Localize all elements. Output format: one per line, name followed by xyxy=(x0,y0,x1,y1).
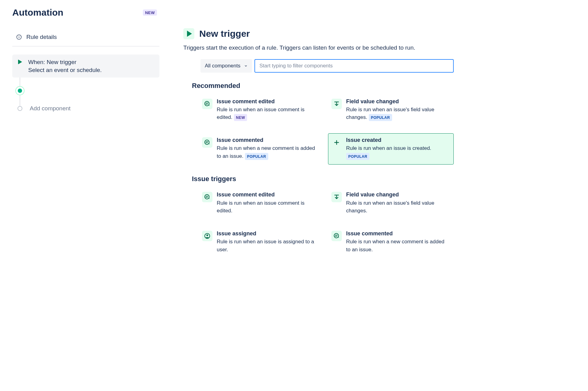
trigger-card-title: Issue commented xyxy=(217,137,320,144)
comment-icon xyxy=(202,99,212,109)
comment-icon xyxy=(202,137,212,148)
trigger-card[interactable]: Issue comment editedRule is run when an … xyxy=(199,188,324,219)
component-search-input[interactable] xyxy=(254,59,454,73)
trigger-card-title: Issue assigned xyxy=(217,230,320,237)
chevron-down-icon xyxy=(244,64,248,68)
trigger-card-title: Field value changed xyxy=(346,191,450,198)
timeline-current-node xyxy=(12,81,159,97)
field-icon xyxy=(331,99,342,109)
plus-icon xyxy=(331,137,342,148)
svg-point-2 xyxy=(19,36,19,36)
comment-icon xyxy=(202,192,212,202)
rule-sidebar: Automation NEW Rule details When: New tr… xyxy=(12,7,159,268)
dropdown-label: All components xyxy=(205,63,240,69)
rule-details-label: Rule details xyxy=(26,34,57,40)
trigger-card-description: Rule is run when an issue's field value … xyxy=(346,199,450,215)
info-icon xyxy=(16,34,22,40)
trigger-card[interactable]: Issue createdRule is run when an issue i… xyxy=(328,133,454,165)
popular-badge: POPULAR xyxy=(245,153,268,160)
trigger-card-grid: Issue comment editedRule is run when an … xyxy=(199,188,454,258)
page-title: Automation xyxy=(12,7,63,18)
section-heading: Recommended xyxy=(192,82,454,90)
add-component-button[interactable]: Add component xyxy=(12,97,159,113)
field-icon xyxy=(331,192,342,202)
component-filter-dropdown[interactable]: All components xyxy=(200,59,252,73)
trigger-card-description: Rule is run when a new comment is added … xyxy=(346,238,450,253)
trigger-card[interactable]: Field value changedRule is run when an i… xyxy=(328,188,454,219)
step-new-trigger[interactable]: When: New trigger Select an event or sch… xyxy=(12,55,159,78)
trigger-card-description: Rule is run when an issue comment is edi… xyxy=(217,106,320,121)
trigger-card-description: Rule is run when an issue is created. PO… xyxy=(346,144,450,160)
step-subtitle: Select an event or schedule. xyxy=(28,66,102,74)
new-badge: NEW xyxy=(234,114,247,121)
popular-badge: POPULAR xyxy=(346,153,369,160)
person-icon xyxy=(202,231,212,241)
new-badge: NEW xyxy=(143,9,157,16)
trigger-card[interactable]: Issue commentedRule is run when a new co… xyxy=(328,227,454,258)
trigger-card-grid: Issue comment editedRule is run when an … xyxy=(199,95,454,165)
panel-description: Triggers start the execution of a rule. … xyxy=(183,44,454,52)
panel-title: New trigger xyxy=(199,28,250,39)
add-component-label: Add component xyxy=(30,105,71,112)
trigger-card[interactable]: Issue commentedRule is run when a new co… xyxy=(199,133,324,165)
trigger-card-description: Rule is run when an issue comment is edi… xyxy=(217,199,320,215)
step-title: When: New trigger xyxy=(28,58,102,66)
rule-details-button[interactable]: Rule details xyxy=(12,29,159,47)
comment-icon xyxy=(331,231,342,241)
trigger-card-description: Rule is run when an issue's field value … xyxy=(346,106,450,121)
section-heading: Issue triggers xyxy=(192,175,454,183)
play-box-icon xyxy=(183,28,194,39)
empty-node-icon xyxy=(17,106,22,111)
trigger-card-title: Issue comment edited xyxy=(217,191,320,198)
trigger-card-description: Rule is run when an issue is assigned to… xyxy=(217,238,320,253)
play-icon xyxy=(18,59,22,64)
trigger-card-title: Issue comment edited xyxy=(217,98,320,105)
trigger-panel: New trigger Triggers start the execution… xyxy=(159,7,454,268)
trigger-card[interactable]: Field value changedRule is run when an i… xyxy=(328,95,454,126)
trigger-card-description: Rule is run when a new comment is added … xyxy=(217,144,320,160)
trigger-card[interactable]: Issue assignedRule is run when an issue … xyxy=(199,227,324,258)
trigger-card[interactable]: Issue comment editedRule is run when an … xyxy=(199,95,324,126)
trigger-card-title: Issue created xyxy=(346,137,450,144)
trigger-card-title: Issue commented xyxy=(346,230,450,237)
trigger-card-title: Field value changed xyxy=(346,98,450,105)
popular-badge: POPULAR xyxy=(369,114,392,121)
